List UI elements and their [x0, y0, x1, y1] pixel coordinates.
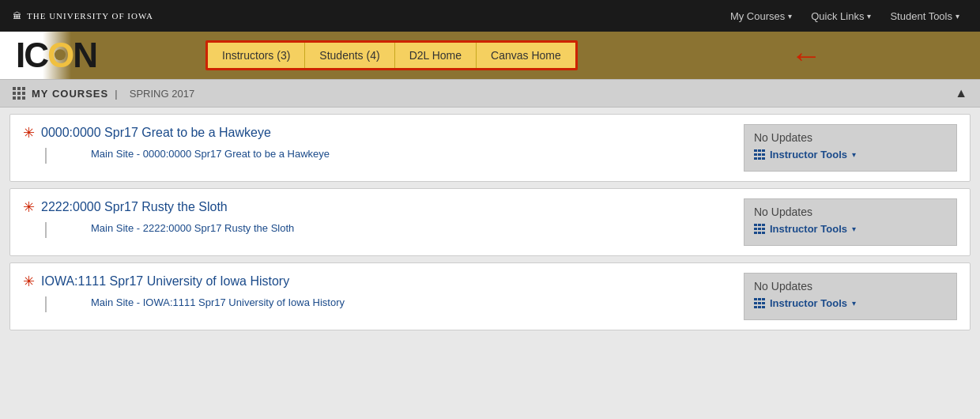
- collapse-button[interactable]: ▲: [955, 86, 967, 100]
- course-content-row-3: Main Site - IOWA:1111 Spr17 University o…: [23, 296, 728, 312]
- course-title-3: IOWA:1111 Spr17 University of Iowa Histo…: [41, 274, 289, 289]
- course-left-2: ✳ 2222:0000 Spr17 Rusty the Sloth Main S…: [23, 198, 728, 238]
- course-content-row-1: Main Site - 0000:0000 Spr17 Great to be …: [23, 148, 728, 164]
- course-content-row-2: Main Site - 2222:0000 Spr17 Rusty the Sl…: [23, 222, 728, 238]
- quick-links-nav[interactable]: Quick Links ▾: [803, 7, 879, 25]
- course-title-row-3: ✳ IOWA:1111 Spr17 University of Iowa His…: [23, 273, 728, 290]
- course-indent-line-1: [45, 148, 47, 164]
- icon-logo: ICON: [16, 36, 96, 75]
- course-title-2: 2222:0000 Spr17 Rusty the Sloth: [41, 200, 228, 214]
- nav-links: My Courses ▾ Quick Links ▾ Student Tools…: [722, 7, 967, 25]
- instructor-tools-arrow-3: ▾: [852, 299, 856, 308]
- instructor-tools-label-3: Instructor Tools: [770, 297, 847, 309]
- courses-semester-label: SPRING 2017: [130, 88, 194, 100]
- tools-grid-icon-3: [754, 298, 765, 309]
- university-icon: 🏛: [13, 11, 22, 21]
- course-item-2: ✳ 2222:0000 Spr17 Rusty the Sloth Main S…: [9, 188, 971, 256]
- course-item-1: ✳ 0000:0000 Spr17 Great to be a Hawkeye …: [9, 114, 971, 182]
- course-title-row-1: ✳ 0000:0000 Spr17 Great to be a Hawkeye: [23, 124, 728, 142]
- courses-semester: |: [115, 88, 123, 100]
- course-link-1[interactable]: Main Site - 0000:0000 Spr17 Great to be …: [91, 148, 330, 160]
- no-updates-2: No Updates: [754, 206, 947, 218]
- course-right-3: No Updates Instructor Tools ▾: [744, 273, 957, 320]
- course-icon-2: ✳: [23, 198, 35, 216]
- course-title-1: 0000:0000 Spr17 Great to be a Hawkeye: [41, 126, 271, 140]
- quick-links-arrow: ▾: [867, 12, 871, 21]
- tab-instructors[interactable]: Instructors (3): [208, 43, 305, 68]
- course-icon-1: ✳: [23, 124, 35, 142]
- course-left-3: ✳ IOWA:1111 Spr17 University of Iowa His…: [23, 273, 728, 312]
- course-title-row-2: ✳ 2222:0000 Spr17 Rusty the Sloth: [23, 198, 728, 216]
- student-tools-arrow: ▾: [956, 12, 959, 21]
- content-area: MY COURSES | SPRING 2017 ▲ ✳ 0000:0000 S…: [0, 79, 980, 330]
- instructor-tools-btn-2[interactable]: Instructor Tools ▾: [754, 223, 947, 235]
- tab-canvas-home[interactable]: Canvas Home: [477, 43, 575, 68]
- my-courses-nav[interactable]: My Courses ▾: [722, 7, 800, 25]
- instructor-tools-arrow-1: ▾: [852, 150, 856, 159]
- top-navigation: 🏛 The University of Iowa My Courses ▾ Qu…: [0, 0, 980, 32]
- tools-grid-icon-1: [754, 149, 765, 160]
- no-updates-1: No Updates: [754, 131, 947, 144]
- course-right-1: No Updates Instructor Tools ▾: [744, 124, 957, 172]
- tools-grid-icon-2: [754, 224, 765, 235]
- student-tools-nav[interactable]: Student Tools ▾: [882, 7, 967, 25]
- my-courses-arrow: ▾: [788, 12, 792, 21]
- courses-header-title: MY COURSES: [32, 88, 108, 100]
- courses-header-left: MY COURSES | SPRING 2017: [13, 87, 194, 100]
- instructor-tools-label-1: Instructor Tools: [770, 149, 847, 160]
- instructor-tools-btn-3[interactable]: Instructor Tools ▾: [754, 297, 947, 309]
- course-link-3[interactable]: Main Site - IOWA:1111 Spr17 University o…: [91, 296, 345, 308]
- instructor-tools-btn-1[interactable]: Instructor Tools ▾: [754, 149, 947, 160]
- course-left-1: ✳ 0000:0000 Spr17 Great to be a Hawkeye …: [23, 124, 728, 164]
- indicator-arrow: ←: [790, 38, 822, 74]
- course-item-3: ✳ IOWA:1111 Spr17 University of Iowa His…: [9, 262, 971, 330]
- banner-tabs: Instructors (3) Students (4) D2L Home Ca…: [205, 40, 578, 70]
- course-icon-3: ✳: [23, 273, 35, 290]
- tab-d2l-home[interactable]: D2L Home: [395, 43, 477, 68]
- university-logo: 🏛 The University of Iowa: [13, 11, 153, 21]
- grid-icon: [13, 87, 25, 100]
- instructor-tools-label-2: Instructor Tools: [770, 223, 847, 235]
- course-right-2: No Updates Instructor Tools ▾: [744, 198, 957, 246]
- course-indent-line-2: [45, 222, 47, 238]
- no-updates-3: No Updates: [754, 280, 947, 293]
- courses-header: MY COURSES | SPRING 2017 ▲: [0, 79, 980, 108]
- course-link-2[interactable]: Main Site - 2222:0000 Spr17 Rusty the Sl…: [91, 222, 294, 234]
- instructor-tools-arrow-2: ▾: [852, 225, 856, 233]
- course-indent-line-3: [45, 296, 47, 312]
- icon-banner: ICON Instructors (3) Students (4) D2L Ho…: [0, 32, 980, 79]
- tab-students[interactable]: Students (4): [305, 43, 394, 68]
